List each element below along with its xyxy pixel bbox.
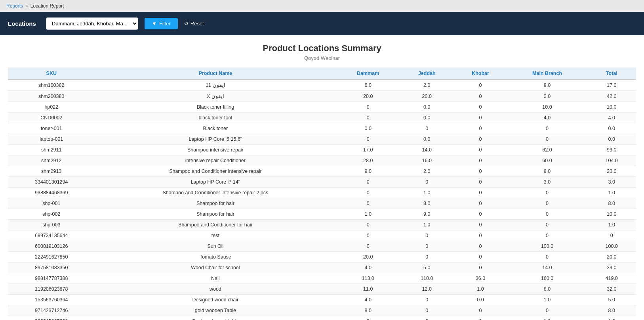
col-header: Dammam [336,67,400,80]
table-cell: 1.0 [587,316,636,320]
table-cell: 0 [507,252,587,263]
table-cell: 28.0 [336,155,400,166]
table-cell: 0 [453,305,507,316]
breadcrumb-parent[interactable]: Reports [6,3,23,9]
table-cell: 0 [453,166,507,177]
table-cell: 0 [453,80,507,91]
location-select[interactable]: Dammam, Jeddah, Khobar, Ma... [46,17,138,30]
table-body: shm100382ايفون 116.02.009.017.0shm200383… [8,80,636,320]
table-cell: 20.0 [336,252,400,263]
table-row: 600819103126Sun Oil000100.0100.0 [8,241,636,252]
table-row: shm2911Shampoo intensive repair17.014.00… [8,145,636,155]
table-cell: 20.0 [336,91,400,102]
table-cell: laptop-001 [8,134,95,145]
table-cell: 1.0 [453,284,507,295]
table-cell: 93.0 [587,145,636,155]
table-cell: 104.0 [587,155,636,166]
locations-label: Locations [8,20,40,27]
table-cell: 0.0 [587,134,636,145]
report-title: Product Locations Summary [8,43,636,54]
table-cell: Tomato Sause [95,252,336,263]
table-cell: shp-003 [8,220,95,230]
table-cell: 4.0 [587,113,636,123]
table-row: 988147787388Nail113.0110.036.0160.0419.0 [8,273,636,284]
table-cell: 20.0 [587,166,636,177]
table-cell: 8.0 [587,305,636,316]
table-cell: 0 [400,305,453,316]
table-cell: 0.0 [587,123,636,134]
table-cell: 32.0 [587,284,636,295]
table-cell: Shampoo and Conditioner for hair [95,220,336,230]
table-row: 328345965600Designed wood table0001.01.0 [8,316,636,320]
table-cell: Shampoo and Conditioner intensive repair [95,166,336,177]
table-cell: Wood Chair for school [95,263,336,273]
filter-button[interactable]: ▼ Filter [145,18,178,29]
table-cell: Shampoo intensive repair [95,145,336,155]
table-cell: 0.0 [336,123,400,134]
table-cell: 0 [336,177,400,188]
table-cell: 8.0 [587,198,636,209]
data-table: SKUProduct NameDammamJeddahKhobarMain Br… [8,67,636,320]
reset-icon: ↺ [184,21,189,27]
table-cell: 10.0 [507,102,587,113]
table-cell: 100.0 [507,241,587,252]
table-cell: intensive repair Conditioner [95,155,336,166]
table-cell: 0 [336,198,400,209]
table-cell: 0 [336,230,400,241]
table-cell: 0 [453,316,507,320]
table-row: 971423712746gold wooden Table8.00008.0 [8,305,636,316]
table-cell: 0 [336,316,400,320]
table-cell: 62.0 [507,145,587,155]
table-cell: 11.0 [336,284,400,295]
table-cell: 328345965600 [8,316,95,320]
table-cell: 10.0 [587,209,636,220]
table-cell: 0 [507,305,587,316]
table-cell: 1.0 [507,316,587,320]
table-cell: 0 [453,188,507,198]
table-row: shp-003Shampoo and Conditioner for hair0… [8,220,636,230]
table-cell: 9.0 [507,166,587,177]
table-cell: 0 [453,102,507,113]
table-cell: 17.0 [587,80,636,91]
table-cell: 119206023878 [8,284,95,295]
table-row: 897581083350Wood Chair for school4.05.00… [8,263,636,273]
table-cell: 0 [400,123,453,134]
col-header: Main Branch [507,67,587,80]
table-cell: 988147787388 [8,273,95,284]
table-cell: 0 [400,316,453,320]
table-cell: 110.0 [400,273,453,284]
table-cell: X ايفون [95,91,336,102]
table-cell: Shampoo for hair [95,198,336,209]
breadcrumb-current: Location Report [30,3,64,9]
table-row: shp-001Shampoo for hair08.0008.0 [8,198,636,209]
toolbar: Locations Dammam, Jeddah, Khobar, Ma... … [0,12,644,35]
table-cell: 100.0 [587,241,636,252]
table-cell: 0 [507,198,587,209]
table-cell: 0 [453,241,507,252]
table-row: shm100382ايفون 116.02.009.017.0 [8,80,636,91]
table-cell: 0 [453,177,507,188]
table-cell: 0 [453,252,507,263]
table-cell: 222491627850 [8,252,95,263]
table-cell: 0 [507,134,587,145]
table-cell: 0 [453,145,507,155]
table-cell: 8.0 [336,305,400,316]
table-cell: Shampoo and Conditioner intensive repair… [95,188,336,198]
table-cell: 153563760364 [8,295,95,305]
table-cell: 0 [587,230,636,241]
table-cell: 0 [336,113,400,123]
table-cell: Nail [95,273,336,284]
table-cell: 0 [453,91,507,102]
table-cell: Laptop HP Core i7 14" [95,177,336,188]
col-header: SKU [8,67,95,80]
table-cell: 9.0 [400,209,453,220]
table-cell: 971423712746 [8,305,95,316]
table-row: 699734135644test00000 [8,230,636,241]
table-cell: 0 [507,209,587,220]
table-cell: 14.0 [400,145,453,155]
table-cell: 3.0 [507,177,587,188]
table-cell: shp-001 [8,198,95,209]
table-cell: 0 [453,134,507,145]
reset-button[interactable]: ↺ Reset [184,21,204,27]
table-cell: 3.0 [587,177,636,188]
